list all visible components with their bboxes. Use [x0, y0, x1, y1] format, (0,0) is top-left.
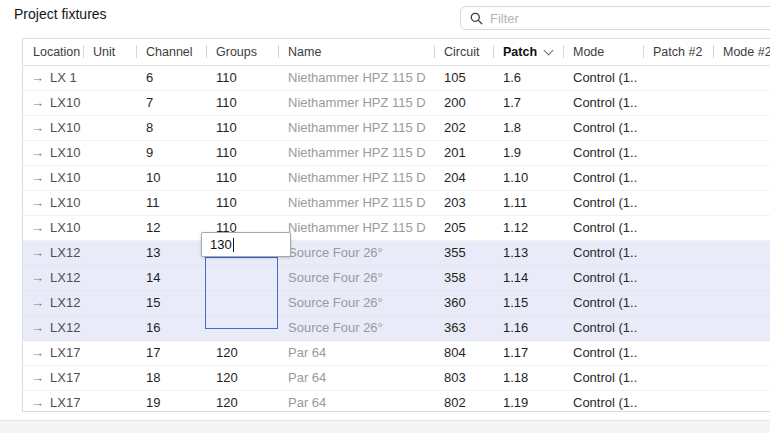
- cell-circuit[interactable]: 200: [434, 91, 493, 114]
- cell-name[interactable]: Source Four 26°: [278, 316, 434, 339]
- cell-groups[interactable]: 120: [206, 341, 278, 364]
- cell-circuit[interactable]: 205: [434, 216, 493, 239]
- cell-channel[interactable]: 19: [136, 391, 206, 412]
- cell-patch[interactable]: 1.15: [493, 291, 563, 314]
- table-row[interactable]: →LX 16110Niethammer HPZ 115 D1051.6Contr…: [23, 66, 770, 91]
- cell-channel[interactable]: 18: [136, 366, 206, 389]
- cell-patch[interactable]: 1.12: [493, 216, 563, 239]
- cell-circuit[interactable]: 802: [434, 391, 493, 412]
- cell-location[interactable]: →LX10: [23, 91, 83, 114]
- column-header-patch[interactable]: Patch: [493, 39, 563, 65]
- cell-channel[interactable]: 17: [136, 341, 206, 364]
- table-row[interactable]: →LX109110Niethammer HPZ 115 D2011.9Contr…: [23, 141, 770, 166]
- cell-patch2[interactable]: [643, 166, 713, 189]
- cell-groups[interactable]: 110: [206, 141, 278, 164]
- cell-patch[interactable]: 1.17: [493, 341, 563, 364]
- cell-circuit[interactable]: 804: [434, 341, 493, 364]
- column-header-name[interactable]: Name: [278, 39, 434, 65]
- cell-groups[interactable]: 110: [206, 91, 278, 114]
- table-row[interactable]: →LX1012110Niethammer HPZ 115 D2051.12Con…: [23, 216, 770, 241]
- cell-mode[interactable]: Control (1..: [563, 366, 643, 389]
- cell-mode[interactable]: Control (1..: [563, 316, 643, 339]
- cell-mode[interactable]: Control (1..: [563, 391, 643, 412]
- cell-patch[interactable]: 1.18: [493, 366, 563, 389]
- cell-unit[interactable]: [83, 366, 136, 389]
- table-row[interactable]: →LX1215Source Four 26°3601.15Control (1.…: [23, 291, 770, 316]
- filter-box[interactable]: [460, 6, 770, 30]
- cell-name[interactable]: Source Four 26°: [278, 266, 434, 289]
- table-row[interactable]: →LX1718120Par 648031.18Control (1..: [23, 366, 770, 391]
- cell-unit[interactable]: [83, 316, 136, 339]
- cell-patch2[interactable]: [643, 266, 713, 289]
- cell-circuit[interactable]: 358: [434, 266, 493, 289]
- column-header-mode2[interactable]: Mode #2: [713, 39, 770, 65]
- cell-circuit[interactable]: 204: [434, 166, 493, 189]
- cell-unit[interactable]: [83, 391, 136, 412]
- table-row[interactable]: →LX107110Niethammer HPZ 115 D2001.7Contr…: [23, 91, 770, 116]
- cell-circuit[interactable]: 803: [434, 366, 493, 389]
- cell-channel[interactable]: 6: [136, 66, 206, 89]
- cell-mode[interactable]: Control (1..: [563, 166, 643, 189]
- cell-mode[interactable]: Control (1..: [563, 141, 643, 164]
- cell-location[interactable]: →LX12: [23, 241, 83, 264]
- table-row[interactable]: →LX1719120Par 648021.19Control (1..: [23, 391, 770, 412]
- cell-location[interactable]: →LX10: [23, 166, 83, 189]
- table-row[interactable]: →LX1216Source Four 26°3631.16Control (1.…: [23, 316, 770, 341]
- cell-unit[interactable]: [83, 116, 136, 139]
- cell-name[interactable]: Niethammer HPZ 115 D: [278, 141, 434, 164]
- cell-location[interactable]: →LX10: [23, 216, 83, 239]
- cell-location[interactable]: →LX10: [23, 141, 83, 164]
- cell-mode2[interactable]: [713, 91, 770, 114]
- cell-location[interactable]: →LX10: [23, 191, 83, 214]
- cell-location[interactable]: →LX17: [23, 341, 83, 364]
- cell-circuit[interactable]: 355: [434, 241, 493, 264]
- cell-patch2[interactable]: [643, 141, 713, 164]
- cell-channel[interactable]: 9: [136, 141, 206, 164]
- cell-name[interactable]: Par 64: [278, 341, 434, 364]
- cell-patch[interactable]: 1.14: [493, 266, 563, 289]
- cell-patch[interactable]: 1.11: [493, 191, 563, 214]
- cell-location[interactable]: →LX17: [23, 391, 83, 412]
- cell-patch2[interactable]: [643, 241, 713, 264]
- cell-name[interactable]: Niethammer HPZ 115 D: [278, 216, 434, 239]
- cell-patch2[interactable]: [643, 116, 713, 139]
- cell-mode2[interactable]: [713, 316, 770, 339]
- cell-unit[interactable]: [83, 141, 136, 164]
- table-row[interactable]: →LX1214Source Four 26°3581.14Control (1.…: [23, 266, 770, 291]
- cell-patch[interactable]: 1.13: [493, 241, 563, 264]
- cell-unit[interactable]: [83, 216, 136, 239]
- cell-circuit[interactable]: 203: [434, 191, 493, 214]
- cell-channel[interactable]: 16: [136, 316, 206, 339]
- column-header-groups[interactable]: Groups: [206, 39, 278, 65]
- cell-channel[interactable]: 10: [136, 166, 206, 189]
- cell-location[interactable]: →LX12: [23, 316, 83, 339]
- cell-mode[interactable]: Control (1..: [563, 266, 643, 289]
- table-row[interactable]: →LX1213Source Four 26°3551.13Control (1.…: [23, 241, 770, 266]
- cell-location[interactable]: →LX12: [23, 266, 83, 289]
- column-header-circuit[interactable]: Circuit: [434, 39, 493, 65]
- cell-mode[interactable]: Control (1..: [563, 341, 643, 364]
- cell-mode2[interactable]: [713, 141, 770, 164]
- cell-mode2[interactable]: [713, 66, 770, 89]
- table-row[interactable]: →LX1011110Niethammer HPZ 115 D2031.11Con…: [23, 191, 770, 216]
- groups-edit-input[interactable]: 130: [201, 232, 291, 257]
- cell-circuit[interactable]: 105: [434, 66, 493, 89]
- table-row[interactable]: →LX1010110Niethammer HPZ 115 D2041.10Con…: [23, 166, 770, 191]
- cell-circuit[interactable]: 360: [434, 291, 493, 314]
- cell-patch[interactable]: 1.9: [493, 141, 563, 164]
- column-header-patch2[interactable]: Patch #2: [643, 39, 713, 65]
- cell-name[interactable]: Source Four 26°: [278, 241, 434, 264]
- column-header-unit[interactable]: Unit: [83, 39, 136, 65]
- cell-mode2[interactable]: [713, 291, 770, 314]
- cell-unit[interactable]: [83, 291, 136, 314]
- cell-unit[interactable]: [83, 66, 136, 89]
- cell-unit[interactable]: [83, 91, 136, 114]
- cell-name[interactable]: Niethammer HPZ 115 D: [278, 91, 434, 114]
- cell-unit[interactable]: [83, 341, 136, 364]
- column-header-location[interactable]: Location: [23, 39, 83, 65]
- cell-circuit[interactable]: 363: [434, 316, 493, 339]
- table-row[interactable]: →LX108110Niethammer HPZ 115 D2021.8Contr…: [23, 116, 770, 141]
- cell-name[interactable]: Source Four 26°: [278, 291, 434, 314]
- cell-location[interactable]: →LX12: [23, 291, 83, 314]
- cell-mode[interactable]: Control (1..: [563, 116, 643, 139]
